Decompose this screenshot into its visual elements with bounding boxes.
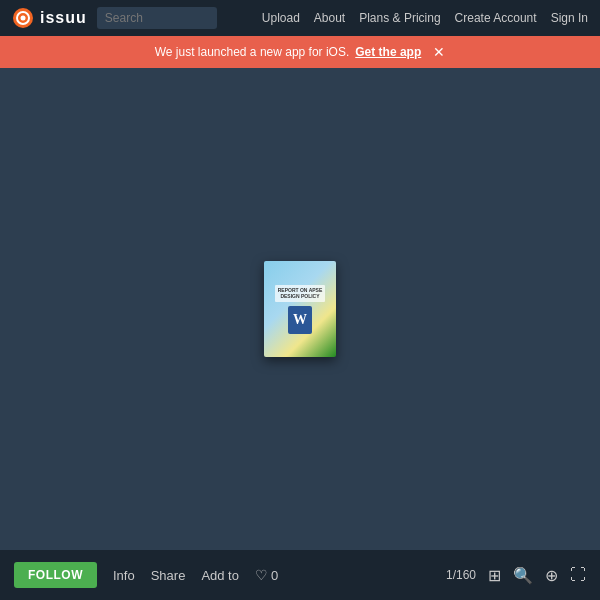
- nav-plans-pricing[interactable]: Plans & Pricing: [359, 11, 440, 25]
- ios-app-banner: We just launched a new app for iOS. Get …: [0, 36, 600, 68]
- nav-sign-in[interactable]: Sign In: [551, 11, 588, 25]
- nav-upload[interactable]: Upload: [262, 11, 300, 25]
- nav-create-account[interactable]: Create Account: [455, 11, 537, 25]
- follow-button[interactable]: FOLLOW: [14, 562, 97, 588]
- word-letter: W: [293, 312, 307, 328]
- bottom-bar: FOLLOW Info Share Add to ♡ 0 1/160 ⊞ 🔍 ⊕…: [0, 550, 600, 600]
- share-link[interactable]: Share: [151, 568, 186, 583]
- main-content: REPORT ON APSE DESIGN POLICY W: [0, 68, 600, 550]
- heart-icon: ♡: [255, 567, 268, 583]
- word-icon: W: [288, 306, 312, 334]
- add-to-link[interactable]: Add to: [201, 568, 239, 583]
- document-overlay: REPORT ON APSE DESIGN POLICY W: [264, 261, 336, 357]
- banner-get-app-link[interactable]: Get the app: [355, 45, 421, 59]
- issuu-logo-icon: [12, 7, 34, 29]
- document-thumbnail[interactable]: REPORT ON APSE DESIGN POLICY W: [264, 261, 336, 357]
- banner-message: We just launched a new app for iOS.: [155, 45, 350, 59]
- nav-links: Upload About Plans & Pricing Create Acco…: [262, 11, 588, 25]
- logo-area[interactable]: issuu: [12, 7, 87, 29]
- likes-count: 0: [271, 568, 278, 583]
- fullscreen-icon[interactable]: ⛶: [570, 566, 586, 584]
- info-link[interactable]: Info: [113, 568, 135, 583]
- search-input[interactable]: [97, 7, 217, 29]
- banner-close-button[interactable]: ✕: [433, 44, 445, 60]
- likes-area[interactable]: ♡ 0: [255, 567, 278, 583]
- document-title: REPORT ON APSE DESIGN POLICY: [275, 285, 326, 302]
- nav-about[interactable]: About: [314, 11, 345, 25]
- page-count: 1/160: [446, 568, 476, 582]
- logo-text: issuu: [40, 9, 87, 27]
- grid-view-icon[interactable]: ⊞: [488, 566, 501, 585]
- bottom-right-controls: 1/160 ⊞ 🔍 ⊕ ⛶: [446, 566, 586, 585]
- navbar: issuu Upload About Plans & Pricing Creat…: [0, 0, 600, 36]
- search-icon[interactable]: 🔍: [513, 566, 533, 585]
- layers-icon[interactable]: ⊕: [545, 566, 558, 585]
- svg-point-2: [21, 16, 26, 21]
